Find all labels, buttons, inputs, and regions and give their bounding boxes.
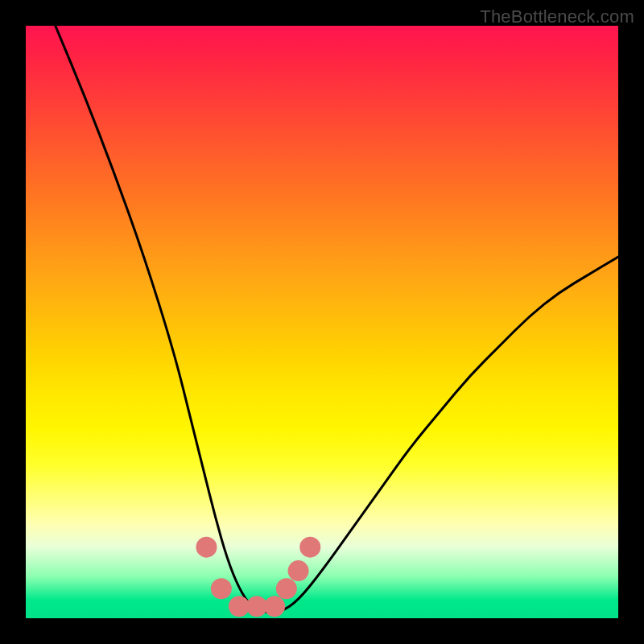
highlight-markers (196, 537, 320, 617)
watermark-text: TheBottleneck.com (480, 6, 634, 27)
chart-svg (26, 26, 618, 618)
highlight-marker (196, 537, 217, 558)
highlight-marker (299, 537, 320, 558)
bottleneck-curve-path (56, 26, 618, 613)
highlight-marker (276, 578, 297, 599)
chart-plot-area (26, 26, 618, 618)
highlight-marker (211, 578, 232, 599)
highlight-marker (288, 560, 309, 581)
highlight-marker (264, 596, 285, 617)
